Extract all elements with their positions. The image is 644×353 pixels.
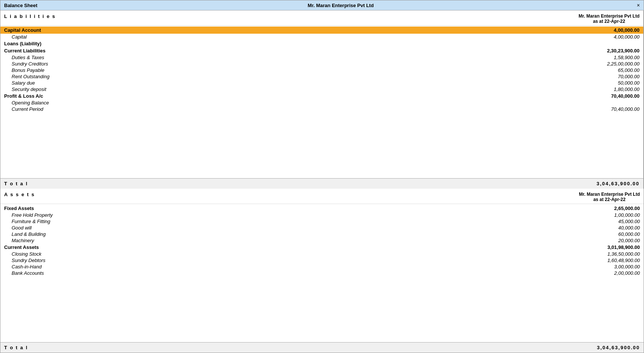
- rent-outstanding-row[interactable]: Rent Outstanding 70,000.00: [0, 73, 643, 80]
- security-deposit-row[interactable]: Security deposit 1,80,000.00: [0, 86, 643, 92]
- assets-pane: A s s e t s Mr. Maran Enterprise Pvt Ltd…: [0, 189, 644, 353]
- machinery-row[interactable]: Machinery 20,000.00: [0, 237, 644, 244]
- fixed-assets-row[interactable]: Fixed Assets 2,65,000.00: [0, 205, 644, 212]
- liabilities-total-value: 3,04,63,900.00: [596, 181, 640, 186]
- freehold-property-label: Free Hold Property: [12, 212, 53, 218]
- goodwill-value: 40,000.00: [618, 225, 640, 231]
- loans-label: Loans (Liability): [4, 41, 42, 46]
- fixed-assets-label: Fixed Assets: [4, 206, 34, 211]
- security-deposit-value: 1,80,000.00: [614, 86, 640, 92]
- capital-item-value: 4,00,000.00: [614, 34, 640, 40]
- freehold-property-value: 1,00,000.00: [614, 212, 640, 218]
- rent-outstanding-value: 70,000.00: [618, 74, 640, 79]
- current-assets-value: 3,01,98,900.00: [607, 244, 640, 250]
- current-liabilities-value: 2,30,23,900.00: [607, 48, 640, 54]
- cash-in-hand-label: Cash-in-Hand: [12, 264, 42, 270]
- cash-in-hand-value: 3,00,000.00: [614, 264, 640, 270]
- window-center-title: Mr. Maran Enterprise Pvt Ltd: [49, 3, 632, 8]
- sundry-creditors-value: 2,25,00,000.00: [607, 61, 640, 67]
- assets-date: as at 22-Apr-22: [579, 197, 640, 202]
- assets-company: Mr. Maran Enterprise Pvt Ltd: [579, 192, 640, 197]
- capital-item-label: Capital: [12, 34, 27, 40]
- window-title: Balance Sheet: [4, 3, 49, 8]
- current-liabilities-row[interactable]: Current Liabilities 2,30,23,900.00: [0, 47, 643, 54]
- closing-stock-label: Closing Stock: [12, 251, 41, 257]
- furniture-fitting-row[interactable]: Furniture & Fitting 45,000.00: [0, 218, 644, 225]
- salary-due-row[interactable]: Salary due 50,000.00: [0, 80, 643, 86]
- bank-accounts-value: 2,00,000.00: [614, 270, 640, 276]
- furniture-fitting-label: Furniture & Fitting: [12, 219, 50, 224]
- assets-total-label: T o t a l: [4, 345, 28, 350]
- land-building-row[interactable]: Land & Building 60,000.00: [0, 231, 644, 237]
- current-period-label: Current Period: [12, 106, 43, 112]
- liabilities-total-label: T o t a l: [4, 181, 28, 186]
- freehold-property-row[interactable]: Free Hold Property 1,00,000.00: [0, 212, 644, 218]
- sundry-debtors-value: 1,60,48,900.00: [607, 258, 640, 263]
- assets-total-row: T o t a l 3,04,63,900.00: [0, 342, 644, 353]
- bank-accounts-row[interactable]: Bank Accounts 2,00,000.00: [0, 270, 644, 276]
- current-assets-label: Current Assets: [4, 244, 39, 250]
- assets-col-header: A s s e t s: [4, 192, 35, 197]
- assets-header: A s s e t s Mr. Maran Enterprise Pvt Ltd…: [0, 189, 644, 204]
- sundry-creditors-row[interactable]: Sundry Creditors 2,25,00,000.00: [0, 61, 643, 67]
- assets-company-info: Mr. Maran Enterprise Pvt Ltd as at 22-Ap…: [579, 192, 640, 202]
- loans-row[interactable]: Loans (Liability): [0, 40, 643, 47]
- liabilities-body: Capital Account 4,00,000.00 Capital 4,00…: [0, 26, 643, 178]
- goodwill-label: Good will: [12, 225, 31, 231]
- assets-body: Fixed Assets 2,65,000.00 Free Hold Prope…: [0, 204, 644, 342]
- current-period-value: 70,40,000.00: [611, 106, 640, 112]
- fixed-assets-value: 2,65,000.00: [614, 206, 640, 211]
- current-period-row[interactable]: Current Period 70,40,000.00: [0, 106, 643, 112]
- liabilities-header: L i a b i l i t i e s Mr. Maran Enterpri…: [0, 10, 643, 26]
- sundry-debtors-label: Sundry Debtors: [12, 258, 45, 263]
- furniture-fitting-value: 45,000.00: [618, 219, 640, 224]
- machinery-value: 20,000.00: [618, 238, 640, 243]
- title-bar: Balance Sheet Mr. Maran Enterprise Pvt L…: [0, 0, 644, 10]
- close-button[interactable]: ×: [632, 2, 640, 8]
- closing-stock-row[interactable]: Closing Stock 1,36,50,000.00: [0, 251, 644, 257]
- bonus-payable-row[interactable]: Bonus Payable 65,000.00: [0, 67, 643, 73]
- bonus-payable-label: Bonus Payable: [12, 67, 44, 73]
- current-liabilities-label: Current Liabilities: [4, 48, 46, 54]
- closing-stock-value: 1,36,50,000.00: [607, 251, 640, 257]
- land-building-label: Land & Building: [12, 231, 46, 237]
- sundry-debtors-row[interactable]: Sundry Debtors 1,60,48,900.00: [0, 257, 644, 264]
- current-assets-row[interactable]: Current Assets 3,01,98,900.00: [0, 244, 644, 251]
- liabilities-total-row: T o t a l 3,04,63,900.00: [0, 178, 643, 189]
- pl-label: Profit & Loss A/c: [4, 93, 43, 99]
- machinery-label: Machinery: [12, 238, 34, 243]
- security-deposit-label: Security deposit: [12, 86, 46, 92]
- salary-due-value: 50,000.00: [618, 80, 640, 86]
- duties-taxes-label: Duties & Taxes: [12, 55, 44, 60]
- liabilities-company: Mr. Maran Enterprise Pvt Ltd: [578, 13, 640, 19]
- goodwill-row[interactable]: Good will 40,000.00: [0, 225, 644, 231]
- bank-accounts-label: Bank Accounts: [12, 270, 44, 276]
- cash-in-hand-row[interactable]: Cash-in-Hand 3,00,000.00: [0, 264, 644, 270]
- bonus-payable-value: 65,000.00: [618, 67, 640, 73]
- salary-due-label: Salary due: [12, 80, 35, 86]
- sundry-creditors-label: Sundry Creditors: [12, 61, 48, 67]
- pl-row[interactable]: Profit & Loss A/c 70,40,000.00: [0, 92, 643, 100]
- main-content: L i a b i l i t i e s Mr. Maran Enterpri…: [0, 10, 644, 353]
- liabilities-date: as at 22-Apr-22: [578, 19, 640, 24]
- balance-sheet-window: Balance Sheet Mr. Maran Enterprise Pvt L…: [0, 0, 644, 353]
- capital-account-value: 4,00,000.00: [614, 27, 640, 33]
- capital-item-row[interactable]: Capital 4,00,000.00: [0, 34, 643, 40]
- liabilities-col-header: L i a b i l i t i e s: [4, 13, 56, 19]
- pl-value: 70,40,000.00: [611, 93, 640, 99]
- capital-account-label: Capital Account: [4, 27, 41, 33]
- rent-outstanding-label: Rent Outstanding: [12, 74, 49, 79]
- opening-balance-row[interactable]: Opening Balance: [0, 100, 643, 106]
- assets-total-value: 3,04,63,900.00: [597, 345, 640, 350]
- duties-taxes-row[interactable]: Duties & Taxes 1,58,900.00: [0, 54, 643, 61]
- capital-account-row[interactable]: Capital Account 4,00,000.00: [0, 27, 643, 34]
- liabilities-pane: L i a b i l i t i e s Mr. Maran Enterpri…: [0, 10, 644, 189]
- land-building-value: 60,000.00: [618, 231, 640, 237]
- opening-balance-label: Opening Balance: [12, 100, 49, 106]
- liabilities-company-info: Mr. Maran Enterprise Pvt Ltd as at 22-Ap…: [578, 13, 640, 24]
- duties-taxes-value: 1,58,900.00: [614, 55, 640, 60]
